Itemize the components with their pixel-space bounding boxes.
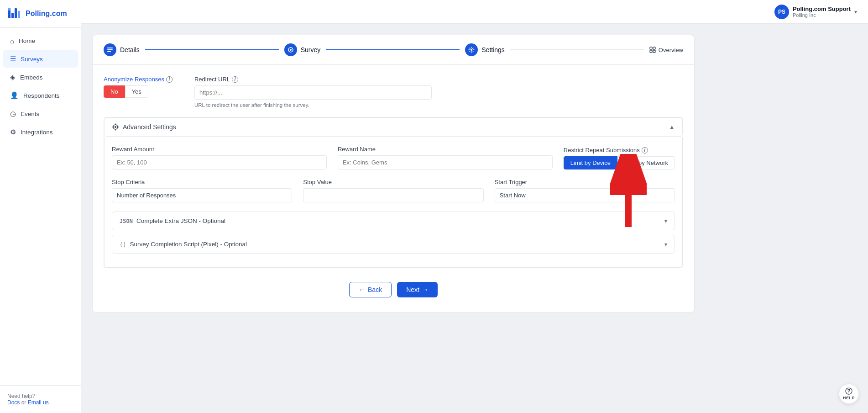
main-content: PS Polling.com Support Polling Inc ▾ Det… [81,0,868,413]
sidebar-item-embeds-label: Embeds [20,74,43,81]
sidebar-item-home[interactable]: ⌂ Home [3,32,78,49]
restrict-buttons: Limit by Device Limit by Network [564,156,675,169]
step-details: Details [104,43,140,56]
step-settings-label: Settings [481,46,505,53]
svg-rect-14 [653,50,655,53]
start-trigger-select[interactable]: Start Now Scheduled [495,188,675,202]
redirect-info-icon: i [232,76,238,83]
user-menu[interactable]: PS Polling.com Support Polling Inc ▾ [774,5,857,19]
email-link[interactable]: Email us [28,399,49,406]
sidebar-item-integrations[interactable]: ⚙ Integrations [3,123,78,141]
svg-rect-7 [107,51,111,52]
advanced-settings-header[interactable]: Advanced Settings ▲ [104,117,683,137]
nav-buttons: ← Back Next → [104,273,683,301]
stop-value-label: Stop Value [303,179,483,185]
respondents-icon: 👤 [10,91,19,100]
events-icon: ◷ [10,110,16,118]
sidebar: Polling.com ⌂ Home ☰ Surveys ◈ Embeds 👤 … [0,0,81,413]
anonymize-no-button[interactable]: No [104,85,125,98]
reward-name-input[interactable] [338,155,553,169]
top-header: PS Polling.com Support Polling Inc ▾ [81,0,868,24]
step-details-label: Details [120,46,140,53]
stop-criteria-field: Stop Criteria Number of Responses Date N… [112,179,292,202]
reward-restrict-row: Reward Amount Reward Name Restrict Repea… [112,146,675,169]
svg-rect-1 [11,13,14,18]
reward-amount-input[interactable] [112,155,327,169]
overview-link[interactable]: Overview [649,47,683,53]
redirect-label: Redirect URL i [194,76,432,83]
redirect-hint: URL to redirect the user after finishing… [194,102,432,108]
docs-link[interactable]: Docs [7,399,20,406]
restrict-label: Restrict Repeat Submissions i [564,147,675,154]
back-arrow-icon: ← [359,286,365,293]
anonymize-label: Anonymize Responses i [104,76,173,83]
svg-point-9 [290,49,292,51]
stop-criteria-row: Stop Criteria Number of Responses Date N… [112,179,675,202]
surveys-icon: ☰ [10,55,16,63]
sidebar-item-home-label: Home [19,37,35,44]
step-survey-circle [284,43,297,56]
svg-point-10 [471,49,472,51]
advanced-title: Advanced Settings [112,123,176,131]
help-label: HELP [843,396,855,400]
step-survey: Survey [284,43,321,56]
extra-json-section: JSON Complete Extra JSON - Optional ▾ [112,212,675,230]
sidebar-item-respondents-label: Respondents [23,92,60,99]
svg-rect-12 [653,47,655,49]
reward-amount-field: Reward Amount [112,146,327,169]
extra-json-chevron-icon: ▾ [664,218,667,224]
polling-logo-icon [7,6,22,21]
next-button[interactable]: Next → [397,282,438,297]
sidebar-item-events-label: Events [21,111,39,117]
logo-area: Polling.com [0,0,81,28]
step-line-3 [510,49,644,50]
svg-rect-11 [650,47,652,49]
or-text: or [20,399,27,406]
overview-label: Overview [659,47,683,53]
svg-rect-0 [8,10,10,18]
sidebar-item-events[interactable]: ◷ Events [3,105,78,122]
redirect-input[interactable] [194,85,432,100]
redirect-field: Redirect URL i URL to redirect the user … [194,76,432,108]
advanced-settings-title: Advanced Settings [123,123,176,131]
user-name: Polling.com Support [793,5,851,12]
sidebar-item-integrations-label: Integrations [21,129,53,136]
step-settings-circle [465,43,478,56]
reward-amount-label: Reward Amount [112,146,327,153]
svg-point-16 [115,126,116,128]
stop-criteria-select[interactable]: Number of Responses Date Never [112,188,292,202]
completion-script-section: ⟨⟩ Survey Completion Script (Pixel) - Op… [112,235,675,254]
step-line-2 [326,49,460,50]
avatar: PS [774,5,789,19]
svg-point-20 [848,392,849,393]
back-button[interactable]: ← Back [349,282,392,297]
anonymize-toggle: No Yes [104,85,173,98]
sidebar-item-respondents[interactable]: 👤 Respondents [3,87,78,104]
completion-script-title: ⟨⟩ Survey Completion Script (Pixel) - Op… [120,241,247,248]
top-settings: Anonymize Responses i No Yes Redirect UR… [104,76,683,108]
sidebar-item-embeds[interactable]: ◈ Embeds [3,69,78,86]
advanced-settings-chevron-icon: ▲ [669,123,675,131]
svg-rect-2 [15,8,17,18]
chevron-down-icon: ▾ [854,9,857,15]
user-sub: Polling Inc [793,12,851,18]
completion-script-header[interactable]: ⟨⟩ Survey Completion Script (Pixel) - Op… [112,235,675,253]
sidebar-nav: ⌂ Home ☰ Surveys ◈ Embeds 👤 Respondents … [0,28,81,385]
settings-card: Details Survey Settings [92,35,695,312]
anonymize-info-icon: i [166,76,173,83]
steps-bar: Details Survey Settings [93,35,694,65]
limit-by-device-button[interactable]: Limit by Device [564,156,617,169]
extra-json-header[interactable]: JSON Complete Extra JSON - Optional ▾ [112,212,675,230]
script-icon: ⟨⟩ [120,241,126,248]
stop-criteria-label: Stop Criteria [112,179,292,185]
json-icon: JSON [120,218,133,224]
anonymize-field: Anonymize Responses i No Yes [104,76,173,98]
limit-by-network-button[interactable]: Limit by Network [617,156,675,169]
embeds-icon: ◈ [10,73,16,81]
sidebar-item-surveys[interactable]: ☰ Surveys [3,50,78,68]
start-trigger-field: Start Trigger Start Now Scheduled [495,179,675,202]
help-button[interactable]: HELP [839,384,859,404]
step-line-1 [145,49,279,50]
stop-value-input[interactable]: 100 [303,188,483,202]
anonymize-yes-button[interactable]: Yes [125,85,148,98]
